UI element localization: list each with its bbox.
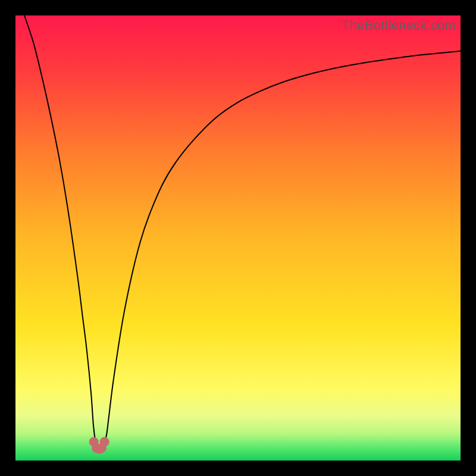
watermark-text: TheBottleneck.com — [342, 18, 456, 33]
chart-background — [15, 15, 461, 461]
chart-frame: TheBottleneck.com — [15, 15, 461, 461]
optimal-point-marker — [100, 437, 109, 447]
bottleneck-chart — [15, 15, 461, 461]
